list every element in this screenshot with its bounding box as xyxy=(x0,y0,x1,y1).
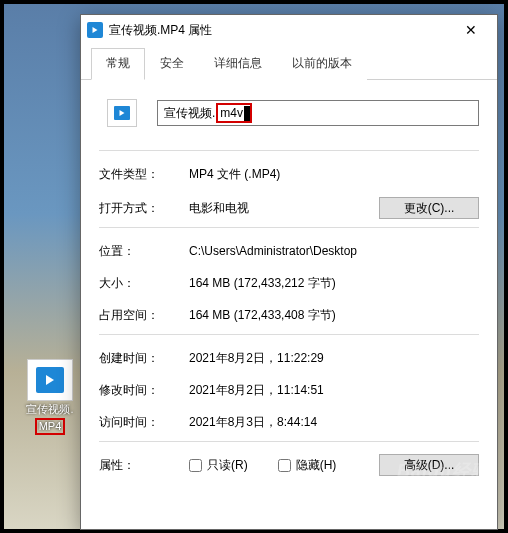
label-openwith: 打开方式： xyxy=(99,200,189,217)
filename-input[interactable]: 宣传视频.m4v xyxy=(157,100,479,126)
titlebar[interactable]: 宣传视频.MP4 属性 ✕ xyxy=(81,15,497,45)
divider xyxy=(99,334,479,335)
dialog-body: 宣传视频.m4v 文件类型： MP4 文件 (.MP4) 打开方式： 电影和电视… xyxy=(81,80,497,529)
divider xyxy=(99,227,479,228)
label-size: 大小： xyxy=(99,275,189,292)
tab-previous-versions[interactable]: 以前的版本 xyxy=(277,48,367,80)
advanced-button[interactable]: 高级(D)... xyxy=(379,454,479,476)
tab-details[interactable]: 详细信息 xyxy=(199,48,277,80)
properties-dialog: 宣传视频.MP4 属性 ✕ 常规 安全 详细信息 以前的版本 宣传视频.m4v xyxy=(80,14,498,530)
video-file-icon xyxy=(87,22,103,38)
value-modified: 2021年8月2日，11:14:51 xyxy=(189,382,479,399)
video-file-icon xyxy=(27,359,73,401)
label-accessed: 访问时间： xyxy=(99,414,189,431)
tab-security[interactable]: 安全 xyxy=(145,48,199,80)
value-created: 2021年8月2日，11:22:29 xyxy=(189,350,479,367)
value-size: 164 MB (172,433,212 字节) xyxy=(189,275,479,292)
label-created: 创建时间： xyxy=(99,350,189,367)
hidden-checkbox-label[interactable]: 隐藏(H) xyxy=(278,457,337,474)
change-button[interactable]: 更改(C)... xyxy=(379,197,479,219)
value-sizeondisk: 164 MB (172,433,408 字节) xyxy=(189,307,479,324)
label-location: 位置： xyxy=(99,243,189,260)
divider xyxy=(99,150,479,151)
readonly-checkbox[interactable] xyxy=(189,459,202,472)
desktop-icon-label: 宣传视频. xyxy=(26,403,73,416)
close-icon: ✕ xyxy=(465,22,477,38)
file-type-icon xyxy=(103,94,141,132)
close-button[interactable]: ✕ xyxy=(451,16,491,44)
label-modified: 修改时间： xyxy=(99,382,189,399)
tab-strip: 常规 安全 详细信息 以前的版本 xyxy=(81,47,497,80)
label-attributes: 属性： xyxy=(99,457,189,474)
desktop-icon-ext: MP4 xyxy=(35,418,66,435)
desktop-file-icon[interactable]: 宣传视频. MP4 xyxy=(22,359,78,435)
readonly-checkbox-label[interactable]: 只读(R) xyxy=(189,457,248,474)
label-sizeondisk: 占用空间： xyxy=(99,307,189,324)
label-filetype: 文件类型： xyxy=(99,166,189,183)
divider xyxy=(99,441,479,442)
value-filetype: MP4 文件 (.MP4) xyxy=(189,166,479,183)
filename-base: 宣传视频. xyxy=(164,105,215,122)
value-openwith: 电影和电视 xyxy=(189,200,379,217)
text-cursor xyxy=(244,106,250,121)
hidden-checkbox[interactable] xyxy=(278,459,291,472)
filename-ext-highlight: m4v xyxy=(216,103,252,123)
value-accessed: 2021年8月3日，8:44:14 xyxy=(189,414,479,431)
value-location: C:\Users\Administrator\Desktop xyxy=(189,244,479,258)
dialog-title: 宣传视频.MP4 属性 xyxy=(109,22,451,39)
tab-general[interactable]: 常规 xyxy=(91,48,145,80)
